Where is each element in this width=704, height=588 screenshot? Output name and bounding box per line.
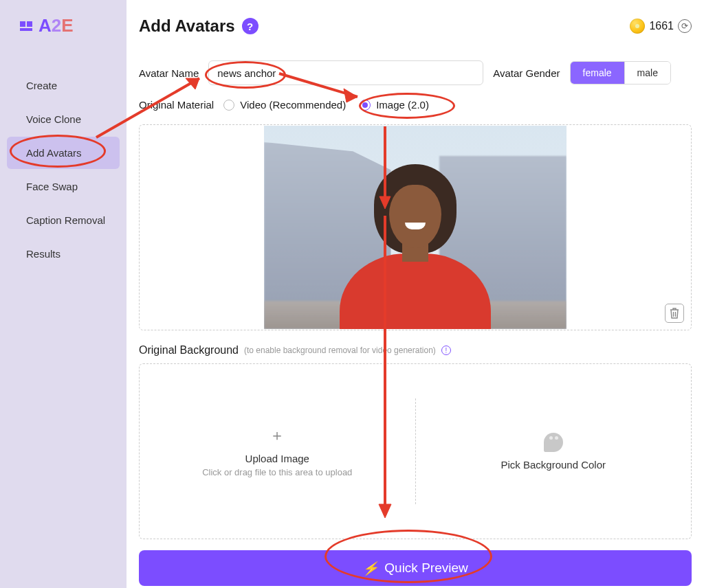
material-label: Original Material [139,99,214,111]
svg-point-3 [635,24,639,28]
gender-female-button[interactable]: female [571,62,624,84]
avatar-name-label: Avatar Name [139,67,199,79]
uploaded-image [264,126,566,329]
sidebar-item-face-swap[interactable]: Face Swap [7,170,120,203]
coin-count: 1661 [649,20,674,32]
bolt-icon: ⚡ [362,561,379,576]
sidebar-item-create[interactable]: Create [7,69,120,102]
upload-bg-title: Upload Image [245,453,309,464]
page-title: Add Avatars [139,16,235,36]
sidebar-item-add-avatars[interactable]: Add Avatars [7,137,120,169]
header-right: 1661 ⟳ [630,19,692,34]
gender-toggle: female male [570,61,671,84]
gender-male-button[interactable]: male [625,62,670,84]
page-header: Add Avatars ? 1661 ⟳ [139,16,692,36]
background-box: ＋ Upload Image Click or drag file to thi… [139,363,692,539]
material-image-option[interactable]: Image (2.0) [360,99,429,111]
palette-icon [544,433,563,452]
radio-icon [360,100,371,111]
avatar-gender-label: Avatar Gender [493,67,560,79]
logo[interactable]: A2E [0,15,126,36]
quick-preview-button[interactable]: ⚡ Quick Preview [139,550,692,586]
material-radio-group: Video (Recommended) Image (2.0) [223,99,429,111]
material-video-option[interactable]: Video (Recommended) [223,99,346,111]
logo-text: A2E [38,15,74,36]
upload-bg-area[interactable]: ＋ Upload Image Click or drag file to thi… [140,364,415,539]
sidebar-item-caption-removal[interactable]: Caption Removal [7,204,120,236]
main-content: Add Avatars ? 1661 ⟳ Avatar Name Avatar … [126,0,704,588]
svg-rect-0 [20,21,25,27]
pick-color-title: Pick Background Color [500,459,606,471]
bg-section-header: Original Background (to enable backgroun… [139,344,692,357]
bg-section-label: Original Background [139,344,239,357]
sidebar: A2E Create Voice Clone Add Avatars Face … [0,0,126,588]
plus-icon: ＋ [270,425,285,446]
sidebar-item-results[interactable]: Results [7,238,120,270]
avatar-row: Avatar Name Avatar Gender female male [139,60,692,85]
pick-color-area[interactable]: Pick Background Color [416,364,692,539]
radio-icon [223,100,234,111]
upload-bg-sub: Click or drag file to this area to uploa… [202,467,352,477]
material-video-label: Video (Recommended) [240,99,346,111]
info-icon[interactable]: ! [441,346,451,355]
preview-label: Quick Preview [384,561,468,576]
coin-icon [630,19,645,34]
svg-rect-2 [27,21,32,27]
uploaded-material-box[interactable] [139,124,692,330]
help-icon[interactable]: ? [242,18,258,34]
reload-icon[interactable]: ⟳ [678,19,692,33]
bg-section-sub: (to enable background removal for video … [244,346,436,355]
material-row: Original Material Video (Recommended) Im… [139,99,692,111]
svg-rect-1 [20,28,32,31]
logo-icon [18,18,34,34]
sidebar-item-voice-clone[interactable]: Voice Clone [7,103,120,135]
header-left: Add Avatars ? [139,16,258,36]
material-image-label: Image (2.0) [376,99,429,111]
delete-icon[interactable] [665,304,684,323]
avatar-name-input[interactable] [208,60,483,85]
